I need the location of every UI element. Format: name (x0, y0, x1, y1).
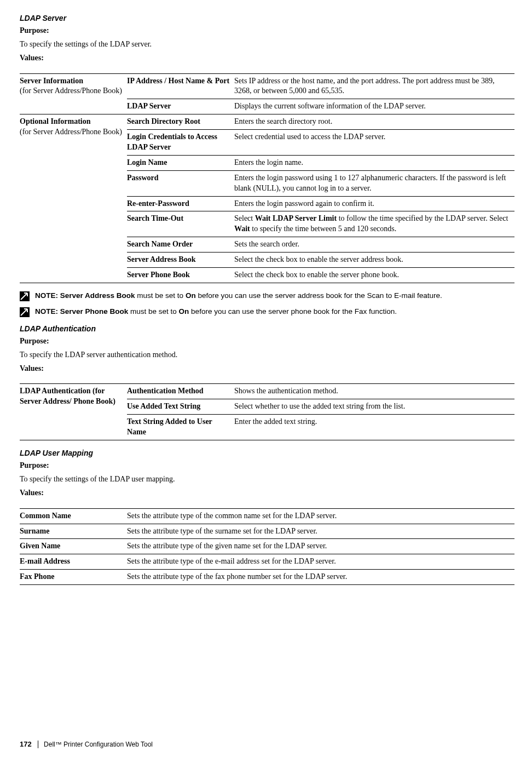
group-heading-text: Optional Information (20, 117, 91, 125)
purpose-text: To specify the settings of the LDAP user… (20, 474, 514, 485)
group-sub-text: (for Server Address/Phone Book) (20, 128, 122, 136)
group-heading: Optional Information (for Server Address… (20, 114, 127, 283)
note-post: before you can use the server phone book… (189, 307, 397, 315)
note-text: NOTE: Server Phone Book must be set to O… (35, 307, 397, 317)
ldap-mapping-table: Common Name Sets the attribute type of t… (20, 508, 514, 585)
purpose-label: Purpose: (20, 461, 514, 471)
field-name: LDAP Server (127, 99, 234, 114)
desc-pre: Select (234, 214, 255, 222)
field-name: Re-enter-Password (127, 196, 234, 211)
desc-post: to specify the time between 5 and 120 se… (250, 225, 396, 233)
desc-bold1: Wait LDAP Server Limit (255, 214, 337, 222)
section-title-ldap-server: LDAP Server (20, 13, 514, 24)
note-text: NOTE: Server Address Book must be set to… (35, 291, 442, 301)
field-desc: Sets the attribute type of the surname s… (127, 524, 514, 539)
field-desc: Select Wait LDAP Server Limit to follow … (234, 211, 514, 237)
note-1: NOTE: Server Address Book must be set to… (20, 291, 514, 301)
field-name: Text String Added to User Name (127, 415, 234, 440)
field-desc: Select whether to use the added text str… (234, 399, 514, 415)
note-bold2: On (186, 291, 196, 300)
section-title-ldap-mapping: LDAP User Mapping (20, 448, 514, 458)
group-sub-text: (for Server Address/Phone Book) (20, 87, 122, 95)
field-name: Given Name (20, 539, 127, 554)
ldap-server-table: Server Information (for Server Address/P… (20, 73, 514, 283)
note-mid: must be set to (128, 307, 178, 315)
note-label: NOTE: (35, 291, 58, 300)
group-heading-text: Server Information (20, 77, 83, 85)
note-post: before you can use the server address bo… (196, 291, 442, 300)
group-heading: LDAP Authentication (for Server Address/… (20, 384, 127, 440)
field-desc: Enters the search directory root. (234, 114, 514, 130)
field-desc: Sets the search order. (234, 237, 514, 253)
field-name: Search Time-Out (127, 211, 234, 237)
field-desc: Select credential used to access the LDA… (234, 130, 514, 156)
note-label: NOTE: (35, 307, 58, 315)
note-mid: must be set to (135, 291, 186, 300)
field-desc: Sets the attribute type of the e-mail ad… (127, 554, 514, 570)
field-name: Common Name (20, 508, 127, 524)
field-name: Server Address Book (127, 253, 234, 268)
values-label: Values: (20, 488, 514, 498)
field-name: Use Added Text String (127, 399, 234, 415)
desc-bold2: Wait (234, 225, 250, 233)
values-label: Values: (20, 53, 514, 64)
note-bold1: Server Address Book (60, 291, 135, 300)
field-name: Fax Phone (20, 570, 127, 585)
field-desc: Enters the login name. (234, 155, 514, 170)
field-name: IP Address / Host Name & Port (127, 73, 234, 99)
field-desc: Sets the attribute type of the given nam… (127, 539, 514, 554)
field-desc: Displays the current software informatio… (234, 99, 514, 114)
field-desc: Sets IP address or the host name, and th… (234, 73, 514, 99)
field-name: Authentication Method (127, 384, 234, 399)
purpose-text: To specify the LDAP server authenticatio… (20, 350, 514, 360)
field-desc: Select the check box to enable the serve… (234, 268, 514, 283)
note-bold2: On (179, 307, 189, 315)
note-icon (20, 291, 30, 301)
note-icon (20, 307, 30, 317)
field-name: Login Credentials to Access LDAP Server (127, 130, 234, 156)
field-name: Password (127, 170, 234, 196)
field-name: Surname (20, 524, 127, 539)
field-desc: Sets the attribute type of the common na… (127, 508, 514, 524)
field-name: Login Name (127, 155, 234, 170)
note-bold1: Server Phone Book (60, 307, 129, 315)
field-desc: Select the check box to enable the serve… (234, 253, 514, 268)
field-desc: Sets the attribute type of the fax phone… (127, 570, 514, 585)
field-desc: Enter the added text string. (234, 415, 514, 440)
purpose-label: Purpose: (20, 336, 514, 347)
note-2: NOTE: Server Phone Book must be set to O… (20, 307, 514, 317)
field-name: Search Directory Root (127, 114, 234, 130)
field-desc: Enters the login password again to confi… (234, 196, 514, 211)
field-desc: Shows the authentication method. (234, 384, 514, 399)
purpose-label: Purpose: (20, 26, 514, 36)
group-heading: Server Information (for Server Address/P… (20, 73, 127, 114)
values-label: Values: (20, 364, 514, 374)
field-desc: Enters the login password using 1 to 127… (234, 170, 514, 196)
desc-mid: to follow the time specified by the LDAP… (337, 214, 508, 222)
ldap-auth-table: LDAP Authentication (for Server Address/… (20, 383, 514, 440)
section-title-ldap-auth: LDAP Authentication (20, 324, 514, 334)
field-name: Search Name Order (127, 237, 234, 253)
field-name: E-mail Address (20, 554, 127, 570)
field-name-text: Search Time-Out (127, 214, 183, 222)
field-name: Server Phone Book (127, 268, 234, 283)
purpose-text: To specify the settings of the LDAP serv… (20, 39, 514, 50)
